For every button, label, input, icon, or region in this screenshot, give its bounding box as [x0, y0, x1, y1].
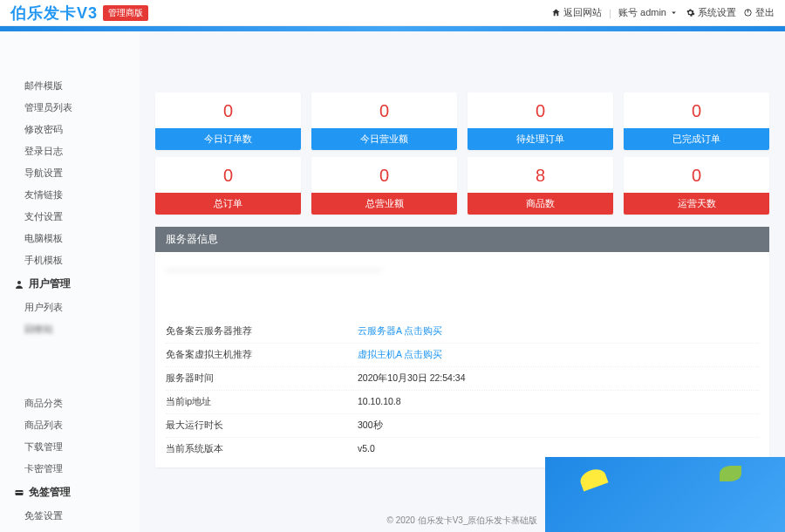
card-value: 0 — [624, 92, 769, 128]
svg-point-2 — [17, 281, 21, 284]
info-label: 服务器时间 — [166, 372, 358, 385]
info-label: 免备案云服务器推荐 — [166, 325, 358, 338]
info-link-cloud[interactable]: 云服务器A 点击购买 — [358, 325, 759, 338]
sidebar-item-product-category[interactable]: 商品分类 — [0, 392, 140, 414]
card-total-revenue: 0 总营业额 — [311, 157, 457, 215]
card-pending-orders: 0 待处理订单 — [468, 92, 613, 150]
card-value: 0 — [624, 157, 769, 193]
card-value: 8 — [468, 157, 613, 193]
sidebar-item-download-mgmt[interactable]: 下载管理 — [0, 436, 140, 458]
sidebar-header-sign-mgmt[interactable]: 免签管理 — [0, 480, 140, 505]
card-label: 总营业额 — [311, 193, 457, 215]
sidebar-header-user-mgmt[interactable]: 用户管理 — [0, 271, 140, 297]
brand: 伯乐发卡V3 管理商版 — [10, 3, 148, 24]
card-completed-orders: 0 已完成订单 — [624, 92, 769, 150]
topbar-right: 返回网站 | 账号 admin 系统设置 登出 — [551, 6, 775, 19]
sidebar-item-card-mgmt[interactable]: 卡密管理 — [0, 458, 140, 480]
back-site-label: 返回网站 — [563, 6, 602, 19]
card-value: 0 — [311, 92, 457, 128]
separator: | — [609, 8, 611, 18]
sidebar-header-sign-label: 免签管理 — [29, 485, 71, 500]
card-products: 8 商品数 — [468, 157, 613, 215]
home-icon — [551, 8, 561, 17]
card-value: 0 — [311, 157, 457, 193]
account-label: 账号 admin — [618, 6, 666, 19]
stats-row-2: 0 总订单 0 总营业额 8 商品数 0 运营天数 — [155, 157, 769, 215]
sidebar-item-payment-settings[interactable]: 支付设置 — [0, 206, 140, 228]
sidebar-item-pc-template[interactable]: 电脑模板 — [0, 228, 140, 249]
sidebar-item-admin-list[interactable]: 管理员列表 — [0, 97, 140, 119]
svg-rect-4 — [16, 492, 24, 493]
card-label: 今日营业额 — [311, 128, 457, 150]
logout-link[interactable]: 登出 — [743, 6, 775, 19]
account-dropdown[interactable]: 账号 admin — [618, 6, 679, 19]
sidebar-item-nav-settings[interactable]: 导航设置 — [0, 162, 140, 184]
user-icon — [14, 279, 24, 290]
stats-row-1: 0 今日订单数 0 今日营业额 0 待处理订单 0 已完成订单 — [155, 92, 769, 150]
card-icon — [14, 488, 24, 498]
info-label: 最大运行时长 — [166, 419, 358, 432]
card-operating-days: 0 运营天数 — [624, 157, 769, 215]
brand-title: 伯乐发卡V3 — [10, 3, 98, 24]
sidebar-item-change-password[interactable]: 修改密码 — [0, 119, 140, 140]
settings-label: 系统设置 — [698, 6, 736, 19]
sidebar-item-sign-settings[interactable]: 免签设置 — [0, 505, 140, 527]
info-row-virtual-host: 免备案虚拟主机推荐 虚拟主机A 点击购买 — [166, 344, 759, 367]
server-info-panel: 服务器信息 ··································… — [155, 227, 769, 467]
info-value: 2020年10月30日 22:54:34 — [358, 372, 759, 385]
blurred-content: ········································… — [166, 264, 759, 315]
topbar: 伯乐发卡V3 管理商版 返回网站 | 账号 admin 系统设置 登出 — [0, 0, 785, 26]
sidebar-item-mobile-template[interactable]: 手机模板 — [0, 249, 140, 271]
sidebar-item-friend-links[interactable]: 友情链接 — [0, 184, 140, 206]
sidebar-item-login-log[interactable]: 登录日志 — [0, 140, 140, 162]
info-value: 10.10.10.8 — [358, 396, 759, 408]
info-row-server-time: 服务器时间 2020年10月30日 22:54:34 — [166, 367, 759, 391]
card-label: 商品数 — [468, 193, 613, 215]
sidebar: 邮件模版 管理员列表 修改密码 登录日志 导航设置 友情链接 支付设置 电脑模板… — [0, 31, 140, 532]
sidebar-item-monitor-settings[interactable]: 监控端设置 — [0, 527, 140, 532]
info-row-blurred: ········································… — [166, 259, 759, 320]
card-label: 今日订单数 — [155, 128, 301, 150]
card-value: 0 — [155, 157, 301, 193]
floating-ad-image[interactable] — [545, 457, 785, 532]
back-site-link[interactable]: 返回网站 — [551, 6, 602, 19]
card-value: 0 — [468, 92, 613, 128]
info-label: 当前系统版本 — [166, 443, 358, 455]
info-value: v5.0 — [358, 443, 759, 455]
power-icon — [743, 8, 753, 17]
card-value: 0 — [155, 92, 301, 128]
sidebar-item-user-list[interactable]: 用户列表 — [0, 297, 140, 318]
info-link-vhost[interactable]: 虚拟主机A 点击购买 — [358, 349, 759, 361]
sidebar-item-product-list[interactable]: 商品列表 — [0, 414, 140, 436]
panel-title: 服务器信息 — [155, 227, 769, 252]
card-total-orders: 0 总订单 — [155, 157, 301, 215]
card-today-orders: 0 今日订单数 — [155, 92, 301, 150]
card-today-revenue: 0 今日营业额 — [311, 92, 457, 150]
sidebar-item-recycle[interactable]: 回收站 — [0, 318, 140, 340]
chevron-down-icon — [669, 8, 679, 17]
gear-icon — [686, 8, 695, 17]
info-value: 300秒 — [358, 419, 759, 432]
info-row-ip: 当前ip地址 10.10.10.8 — [166, 391, 759, 414]
sidebar-item-mail-template[interactable]: 邮件模版 — [0, 75, 140, 97]
card-label: 运营天数 — [624, 193, 769, 215]
panel-body: ········································… — [155, 252, 769, 467]
info-label: 免备案虚拟主机推荐 — [166, 349, 358, 361]
info-label: 当前ip地址 — [166, 396, 358, 408]
card-label: 总订单 — [155, 193, 301, 215]
info-row-max-runtime: 最大运行时长 300秒 — [166, 414, 759, 438]
logout-label: 登出 — [755, 6, 775, 19]
info-row-cloud-server: 免备案云服务器推荐 云服务器A 点击购买 — [166, 320, 759, 344]
system-settings-link[interactable]: 系统设置 — [686, 6, 736, 19]
brand-badge: 管理商版 — [103, 5, 148, 21]
sidebar-header-user-label: 用户管理 — [29, 276, 71, 291]
card-label: 待处理订单 — [468, 128, 613, 150]
card-label: 已完成订单 — [624, 128, 769, 150]
